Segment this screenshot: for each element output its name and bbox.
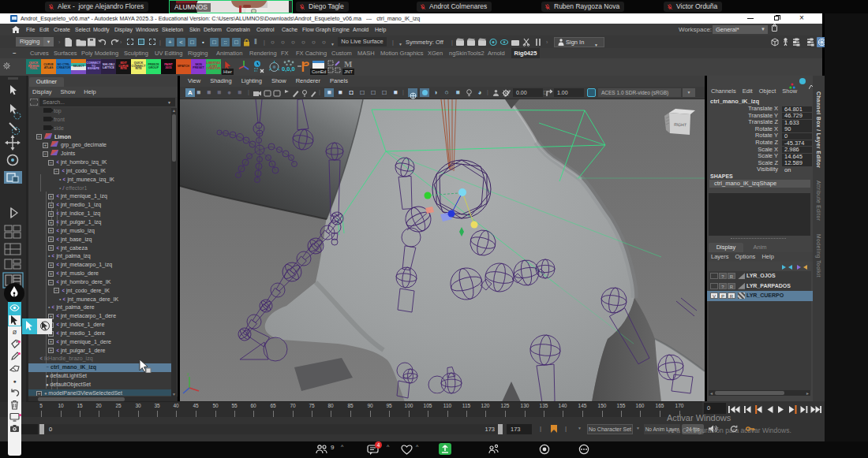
svg-text:persp: persp <box>429 392 443 398</box>
svg-text:RIGHT: RIGHT <box>674 122 687 128</box>
